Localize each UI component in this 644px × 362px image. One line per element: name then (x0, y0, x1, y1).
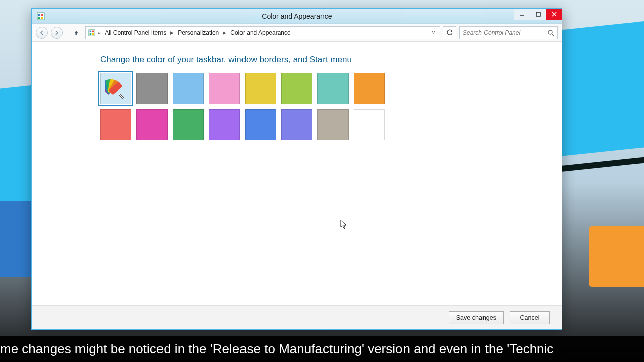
personalization-icon (88, 29, 96, 37)
color-swatch-12[interactable] (245, 109, 276, 140)
breadcrumb-history-icon[interactable]: « (97, 30, 102, 36)
search-box[interactable] (459, 26, 558, 39)
breadcrumb-item-1[interactable]: Personalization (176, 28, 221, 37)
window-color-and-appearance: Color and Appearance (31, 8, 562, 330)
page-heading: Change the color of your taskbar, window… (100, 55, 497, 65)
svg-rect-1 (38, 14, 40, 16)
color-swatch-2[interactable] (173, 73, 204, 104)
save-changes-button[interactable]: Save changes (449, 311, 504, 324)
chevron-right-icon: ▶ (222, 30, 227, 35)
color-swatch-11[interactable] (209, 109, 240, 140)
caption-text: me changes might be noticed in the 'Rele… (0, 341, 553, 357)
svg-point-14 (548, 30, 552, 34)
forward-button[interactable] (51, 27, 63, 39)
cancel-button[interactable]: Cancel (510, 311, 550, 324)
minimize-button[interactable] (514, 9, 530, 20)
breadcrumb[interactable]: « All Control Panel Items ▶ Personalizat… (85, 26, 440, 39)
color-swatch-13[interactable] (281, 109, 312, 140)
chevron-right-icon: ▶ (169, 30, 175, 35)
svg-rect-10 (90, 30, 92, 32)
color-swatch-automatic[interactable] (100, 73, 131, 104)
color-swatch-7[interactable] (354, 73, 385, 104)
color-fan-icon (105, 77, 127, 100)
svg-rect-4 (41, 17, 43, 19)
color-swatch-14[interactable] (317, 109, 349, 140)
svg-rect-3 (38, 17, 40, 19)
up-button[interactable] (71, 27, 82, 38)
color-swatch-10[interactable] (173, 109, 204, 140)
color-swatch-8[interactable] (100, 109, 131, 140)
color-swatch-1[interactable] (136, 73, 168, 104)
color-swatch-3[interactable] (209, 73, 240, 104)
address-bar-row: « All Control Panel Items ▶ Personalizat… (32, 24, 562, 42)
app-icon (37, 12, 45, 20)
window-title: Color and Appearance (32, 12, 562, 20)
color-swatch-4[interactable] (245, 73, 276, 104)
color-swatch-6[interactable] (317, 73, 349, 104)
footer-bar: Save changes Cancel (32, 305, 562, 329)
search-icon (547, 29, 554, 36)
svg-rect-2 (41, 14, 43, 16)
video-caption: me changes might be noticed in the 'Rele… (0, 336, 644, 362)
search-input[interactable] (463, 29, 547, 36)
close-button[interactable] (546, 9, 562, 20)
breadcrumb-item-0[interactable]: All Control Panel Items (103, 28, 168, 37)
svg-line-15 (552, 34, 554, 36)
svg-rect-11 (92, 30, 94, 32)
color-swatch-5[interactable] (281, 73, 312, 104)
maximize-button[interactable] (530, 9, 546, 20)
titlebar[interactable]: Color and Appearance (32, 9, 562, 24)
breadcrumb-item-2[interactable]: Color and Appearance (228, 28, 292, 37)
svg-rect-6 (536, 12, 540, 16)
refresh-button[interactable] (443, 26, 456, 39)
back-button[interactable] (36, 27, 48, 39)
content-area: Change the color of your taskbar, window… (32, 42, 562, 305)
svg-rect-13 (92, 33, 94, 35)
color-swatch-grid (100, 73, 497, 140)
color-swatch-15[interactable] (354, 109, 385, 140)
color-swatch-9[interactable] (136, 109, 168, 140)
breadcrumb-dropdown-icon[interactable]: v (429, 30, 438, 35)
svg-rect-12 (90, 33, 92, 35)
